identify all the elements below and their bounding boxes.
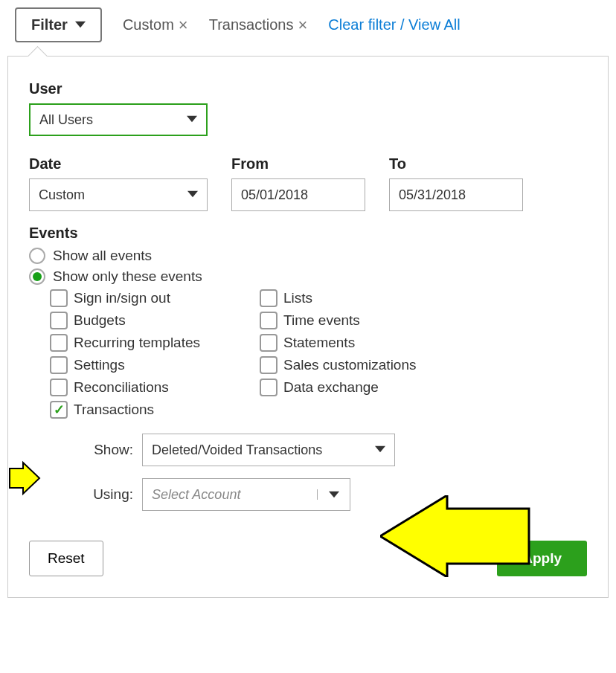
radio-all-label: Show all events (53, 248, 152, 264)
radio-icon (29, 248, 45, 264)
user-select[interactable]: All Users (29, 103, 208, 136)
from-label: From (231, 155, 365, 173)
chip-label: Custom (123, 16, 174, 33)
close-icon[interactable]: × (298, 16, 307, 35)
checkbox-icon (50, 356, 68, 374)
from-date-input[interactable]: 05/01/2018 (231, 178, 365, 211)
checkbox-icon (50, 401, 68, 419)
svg-marker-2 (187, 190, 198, 196)
svg-marker-5 (329, 492, 339, 497)
checkbox-icon (50, 289, 68, 307)
to-date-input[interactable]: 05/31/2018 (389, 178, 523, 211)
filter-button[interactable]: Filter (15, 7, 102, 42)
close-icon[interactable]: × (179, 16, 188, 35)
checkbox-label: Time events (283, 312, 360, 329)
radio-show-only[interactable]: Show only these events (29, 268, 587, 285)
caret-down-icon (75, 16, 86, 33)
filter-chip-custom: Custom × (123, 16, 188, 35)
to-date-value: 05/31/2018 (399, 187, 466, 203)
user-select-value: All Users (39, 112, 93, 128)
checkbox-icon (260, 289, 277, 307)
checkbox-icon (260, 312, 277, 329)
caret-down-icon (317, 489, 350, 500)
filter-button-label: Filter (31, 16, 68, 33)
svg-marker-3 (10, 463, 39, 494)
chip-label: Transactions (209, 16, 294, 33)
checkbox-row[interactable]: Recurring templates (50, 334, 200, 352)
annotation-arrow-left (2, 460, 47, 497)
radio-show-all[interactable]: Show all events (29, 248, 587, 264)
checkbox-row[interactable]: Data exchange (260, 379, 416, 396)
checkbox-icon (50, 379, 68, 396)
svg-marker-0 (75, 22, 86, 28)
date-range-select[interactable]: Custom (29, 178, 208, 211)
checkbox-icon (260, 356, 277, 374)
date-label: Date (29, 155, 208, 173)
user-label: User (29, 80, 587, 97)
filter-panel: User All Users Date Custom From 05/01/20… (7, 56, 609, 598)
checkbox-label: Transactions (74, 402, 154, 418)
checkbox-label: Statements (283, 335, 355, 351)
filter-chip-transactions: Transactions × (209, 16, 308, 35)
show-select-value: Deleted/Voided Transactions (152, 442, 322, 458)
checkbox-row[interactable]: Transactions (50, 401, 200, 419)
svg-marker-1 (187, 115, 197, 121)
events-label: Events (29, 225, 587, 242)
caret-down-icon (375, 442, 385, 458)
checkbox-row[interactable]: Time events (260, 312, 416, 329)
show-label: Show: (81, 442, 133, 458)
checkbox-row[interactable]: Reconciliations (50, 379, 200, 396)
checkbox-icon (50, 312, 68, 329)
checkbox-label: Reconciliations (74, 379, 169, 396)
using-placeholder: Select Account (143, 487, 317, 503)
checkbox-label: Budgets (74, 312, 126, 329)
checkbox-label: Settings (74, 357, 125, 373)
checkbox-row[interactable]: Lists (260, 289, 416, 307)
checkbox-icon (260, 379, 277, 396)
caret-down-icon (187, 112, 197, 128)
from-date-value: 05/01/2018 (241, 187, 308, 203)
radio-icon (29, 268, 45, 285)
caret-down-icon (187, 187, 198, 203)
date-range-value: Custom (39, 187, 85, 203)
checkbox-label: Sales customizations (283, 357, 416, 373)
checkbox-row[interactable]: Statements (260, 334, 416, 352)
apply-button[interactable]: Apply (497, 541, 587, 576)
checkbox-label: Recurring templates (74, 335, 200, 351)
checkbox-row[interactable]: Settings (50, 356, 200, 374)
checkbox-row[interactable]: Budgets (50, 312, 200, 329)
clear-filter-link[interactable]: Clear filter / View All (328, 16, 460, 33)
checkbox-row[interactable]: Sign in/sign out (50, 289, 200, 307)
checkbox-icon (260, 334, 277, 352)
checkbox-row[interactable]: Sales customizations (260, 356, 416, 374)
radio-only-label: Show only these events (53, 268, 202, 285)
reset-button[interactable]: Reset (29, 541, 103, 576)
checkbox-label: Lists (283, 290, 312, 306)
checkbox-icon (50, 334, 68, 352)
checkbox-label: Sign in/sign out (74, 290, 170, 306)
checkbox-label: Data exchange (283, 379, 379, 396)
to-label: To (389, 155, 523, 173)
using-label: Using: (81, 486, 133, 503)
svg-marker-4 (375, 445, 385, 451)
show-select[interactable]: Deleted/Voided Transactions (142, 434, 395, 466)
using-select[interactable]: Select Account (142, 478, 350, 511)
